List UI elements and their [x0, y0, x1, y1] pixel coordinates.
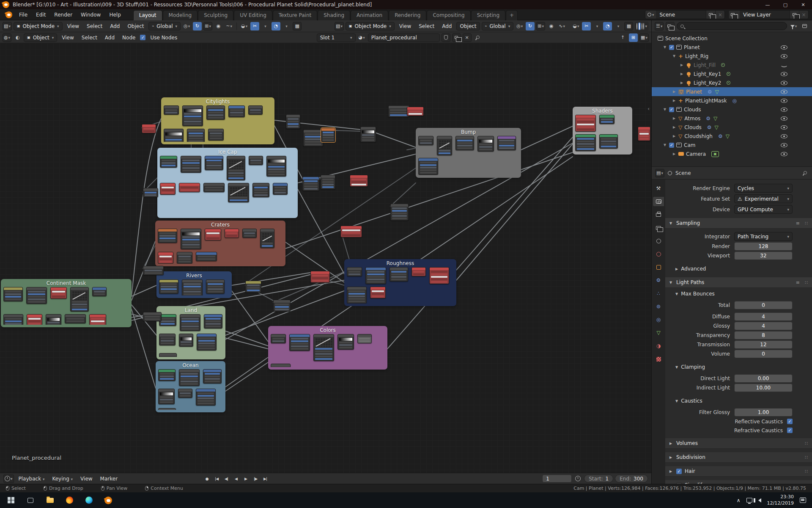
tab-render-icon[interactable]: [653, 197, 664, 206]
node[interactable]: [429, 267, 449, 284]
frame-land[interactable]: Land: [156, 306, 225, 359]
node[interactable]: [160, 156, 177, 168]
view-layer-name[interactable]: View Layer: [740, 12, 790, 18]
node[interactable]: [228, 105, 245, 117]
tab-output-icon[interactable]: [653, 210, 664, 219]
tab-physics-icon[interactable]: ⊚: [653, 302, 664, 311]
node[interactable]: [70, 287, 89, 312]
material-slot-dropdown[interactable]: Slot 1▾: [317, 33, 356, 42]
shading-wireframe-icon[interactable]: [636, 23, 637, 29]
node[interactable]: [92, 287, 107, 296]
hide-eye-icon[interactable]: [781, 45, 787, 50]
integrator-dropdown[interactable]: Path Tracing▾: [734, 232, 793, 241]
node[interactable]: [248, 105, 263, 115]
collection-checkbox[interactable]: ✓: [669, 143, 674, 148]
node[interactable]: [266, 156, 286, 177]
outliner-row-cloudshigh[interactable]: ▶ ▽ Cloudshigh ⚙ ▽: [652, 132, 812, 141]
go-to-parent-node-icon[interactable]: ↑: [618, 33, 627, 42]
hide-eye-icon[interactable]: [781, 116, 787, 121]
timeline-menu-keying[interactable]: Keying ▾: [49, 475, 76, 483]
node[interactable]: [143, 312, 162, 321]
refractive-caustics-checkbox[interactable]: ✓: [787, 428, 793, 433]
node[interactable]: [50, 287, 67, 299]
node[interactable]: [180, 314, 200, 331]
node[interactable]: [158, 252, 173, 264]
show-gizmo-icon-2[interactable]: ✂: [582, 22, 591, 30]
frame-end-field[interactable]: End:300: [615, 475, 648, 483]
node[interactable]: [164, 129, 184, 142]
outliner-row-planet-collection[interactable]: ▼ ✓ Planet: [652, 43, 812, 52]
node[interactable]: [196, 389, 216, 406]
frame-shaders[interactable]: Shaders: [573, 107, 632, 155]
outliner-row-scene-collection[interactable]: Scene Collection: [652, 34, 812, 43]
editor-type-dropdown[interactable]: ▧▾: [3, 22, 12, 30]
viewport2-menu-view[interactable]: View: [396, 22, 414, 30]
start-button[interactable]: [2, 492, 20, 508]
frame-continent-mask[interactable]: Continent Mask: [1, 279, 132, 327]
timeline-menu-playback[interactable]: Playback ▾: [16, 475, 48, 483]
view-object-types-dropdown-2[interactable]: ◒▾: [571, 22, 580, 30]
disclosure-triangle[interactable]: ▶: [672, 152, 676, 156]
disclosure-triangle[interactable]: ▼: [663, 108, 667, 111]
view-layer-selector[interactable]: ▾ View Layer ×: [728, 10, 809, 19]
scene-name[interactable]: Scene: [656, 12, 706, 18]
properties-pin-icon[interactable]: [803, 171, 807, 175]
region-collapse-icon[interactable]: ‹: [647, 106, 650, 112]
section-subdivision[interactable]: ▶Subdivision ∷: [665, 452, 812, 463]
node[interactable]: [357, 334, 372, 343]
xray-toggle-icon[interactable]: ▩: [293, 22, 302, 30]
snap-with-dropdown-2[interactable]: ⊞▾: [536, 22, 545, 30]
fake-user-shield-icon[interactable]: [442, 33, 450, 42]
node[interactable]: [3, 287, 23, 301]
outliner-row-cam-collection[interactable]: ▼ ✓ Cam: [652, 141, 812, 149]
disclosure-triangle[interactable]: ▶: [680, 72, 684, 76]
edge-button[interactable]: [80, 492, 98, 508]
network-icon[interactable]: [746, 498, 752, 502]
node[interactable]: [242, 229, 257, 238]
hide-eye-icon[interactable]: [781, 134, 787, 138]
disclosure-triangle[interactable]: ▶: [672, 99, 676, 102]
node[interactable]: [159, 353, 177, 357]
viewport-samples-field[interactable]: 32: [734, 251, 793, 260]
node[interactable]: [187, 129, 205, 142]
add-workspace-button[interactable]: +: [506, 10, 518, 20]
node[interactable]: [477, 136, 494, 152]
node[interactable]: [179, 183, 200, 192]
node[interactable]: [158, 369, 176, 381]
node[interactable]: [159, 279, 178, 294]
firefox-button[interactable]: [60, 492, 79, 508]
node[interactable]: [143, 188, 158, 197]
outliner-row-atmos[interactable]: ▶ ▽ Atmos ⚙ ▽: [652, 114, 812, 123]
snap-with-dropdown[interactable]: ⊞▾: [203, 22, 212, 30]
section-simplify[interactable]: ▶✓Simplify ∷: [665, 480, 812, 484]
play-reverse-icon[interactable]: ◀: [232, 475, 240, 483]
collection-checkbox[interactable]: ✓: [669, 45, 674, 50]
menu-window[interactable]: Window: [77, 11, 104, 19]
volume-icon[interactable]: [758, 498, 761, 502]
browse-material-icon[interactable]: ◕▾: [357, 33, 366, 42]
section-sampling[interactable]: ▼Sampling ≡∷: [665, 218, 812, 229]
node[interactable]: [418, 158, 438, 175]
node[interactable]: [26, 287, 47, 304]
timeline-editor-type-dropdown[interactable]: ▾: [3, 475, 14, 483]
pin-icon[interactable]: [473, 33, 482, 42]
node-menu-add[interactable]: Add: [102, 33, 118, 42]
node-editor-type-dropdown[interactable]: ◍▾: [3, 33, 11, 42]
node[interactable]: [273, 300, 291, 312]
volume-bounces-field[interactable]: 0: [734, 350, 793, 358]
copy-scene-button[interactable]: [706, 11, 715, 19]
filter-glossy-field[interactable]: 1.00: [734, 408, 793, 417]
tab-constraints-icon[interactable]: ◎: [653, 315, 664, 324]
shader-type-icon[interactable]: ◐: [13, 33, 22, 42]
menu-help[interactable]: Help: [105, 11, 124, 19]
outliner-row-planet-mesh[interactable]: ▶ ▽ Planet ⚙ ▽: [652, 87, 812, 96]
proportional-editing-icon-2[interactable]: ◉: [547, 22, 556, 30]
tab-rendering[interactable]: Rendering: [389, 10, 426, 20]
node[interactable]: [142, 124, 156, 133]
node[interactable]: [181, 229, 201, 249]
editor-type-dropdown-2[interactable]: ▧▾: [335, 22, 344, 30]
node[interactable]: [337, 334, 354, 350]
new-material-copy-icon[interactable]: [452, 33, 461, 42]
node[interactable]: [370, 287, 386, 298]
hide-eye-icon[interactable]: [781, 81, 787, 85]
